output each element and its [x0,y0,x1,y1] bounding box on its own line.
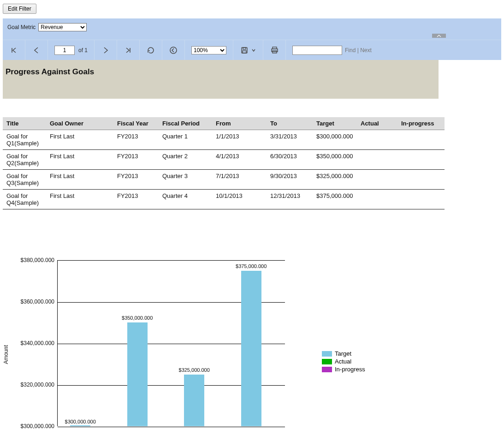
cell-from: 4/1/2013 [212,150,267,170]
svg-rect-2 [243,48,246,49]
cell-actual [357,150,397,170]
cell-to: 3/31/2013 [267,130,313,150]
edit-filter-button[interactable]: Edit Filter [3,4,36,14]
cell-target: $300,000.000 [313,130,357,150]
prev-page-icon[interactable] [32,46,41,55]
last-page-icon[interactable] [124,46,133,55]
legend-inprog: In-progress [322,366,365,373]
bar-label: $300,000.000 [65,419,96,424]
cell-actual [357,170,397,190]
collapse-strip [3,36,501,40]
cell-title: Goal for Q4(Sample) [3,190,46,209]
table-row: Goal for Q1(Sample)First LastFY2013Quart… [3,130,445,150]
cell-inprog [397,170,445,190]
legend-actual: Actual [322,358,365,365]
cell-inprog [397,130,445,150]
cell-owner: First Last [46,170,113,190]
table-row: Goal for Q3(Sample)First LastFY2013Quart… [3,170,445,190]
table-row: Goal for Q4(Sample)First LastFY2013Quart… [3,190,445,209]
print-icon[interactable] [270,46,279,55]
cell-fp: Quarter 1 [159,130,212,150]
page-of-text: of 1 [78,47,88,54]
cell-title: Goal for Q2(Sample) [3,150,46,170]
bar-label: $325,000.000 [179,367,210,373]
cell-fp: Quarter 2 [159,150,212,170]
cell-from: 1/1/2013 [212,130,267,150]
find-link[interactable]: Find [345,47,356,54]
goals-table: Title Goal Owner Fiscal Year Fiscal Peri… [3,117,445,209]
cell-inprog [397,150,445,170]
cell-fp: Quarter 4 [159,190,212,209]
save-dropdown-icon[interactable] [251,46,256,55]
col-fp: Fiscal Period [159,117,212,130]
cell-owner: First Last [46,190,113,209]
col-to: To [267,117,313,130]
collapse-handle[interactable] [432,34,446,38]
goal-metric-label: Goal Metric [7,24,36,30]
find-input[interactable] [292,46,342,55]
bar-label: $350,000.000 [122,315,153,321]
chart: Amount $380,000.000$360,000.000$340,000.… [3,260,501,431]
cell-to: 12/31/2013 [267,190,313,209]
cell-title: Goal for Q1(Sample) [3,130,46,150]
cell-actual [357,130,397,150]
y-tick: $380,000.000 [21,257,54,263]
col-title: Title [3,117,46,130]
save-icon[interactable] [240,46,249,55]
cell-title: Goal for Q3(Sample) [3,170,46,190]
y-tick: $300,000.000 [21,423,54,429]
col-from: From [212,117,267,130]
bar-target [127,322,148,426]
filter-bar: Goal Metric Revenue [3,18,501,36]
cell-target: $375,000.000 [313,190,357,209]
report-header: Progress Against Goals [3,60,439,99]
col-target: Target [313,117,357,130]
cell-owner: First Last [46,130,113,150]
find-links: Find | Next [345,47,372,54]
y-axis-label: Amount [3,327,9,364]
cell-fp: Quarter 3 [159,170,212,190]
cell-fy: FY2013 [113,190,159,209]
cell-to: 9/30/2013 [267,170,313,190]
cell-fy: FY2013 [113,150,159,170]
cell-to: 6/30/2013 [267,150,313,170]
legend-target: Target [322,350,365,357]
svg-rect-3 [243,51,246,53]
col-inprog: In-progress [397,117,445,130]
report-toolbar: of 1 100% [3,40,501,60]
col-owner: Goal Owner [46,117,113,130]
legend: Target Actual In-progress [322,350,365,374]
next-link[interactable]: Next [360,47,372,54]
back-icon[interactable] [169,46,178,55]
bar-target [70,425,90,426]
page-number-input[interactable] [54,46,75,55]
cell-fy: FY2013 [113,170,159,190]
cell-target: $325,000.000 [313,170,357,190]
cell-from: 7/1/2013 [212,170,267,190]
y-tick: $320,000.000 [21,381,54,388]
bar-target [184,375,204,427]
zoom-select[interactable]: 100% [191,46,226,54]
svg-point-0 [170,47,177,54]
col-fy: Fiscal Year [113,117,159,130]
col-actual: Actual [357,117,397,130]
bar-target [241,271,261,427]
first-page-icon[interactable] [9,46,18,55]
y-tick: $360,000.000 [21,298,54,305]
cell-fy: FY2013 [113,130,159,150]
cell-target: $350,000.000 [313,150,357,170]
cell-actual [357,190,397,209]
next-page-icon[interactable] [101,46,110,55]
cell-inprog [397,190,445,209]
refresh-icon[interactable] [146,46,155,55]
cell-from: 10/1/2013 [212,190,267,209]
report-title: Progress Against Goals [6,67,434,77]
y-tick: $340,000.000 [21,340,54,346]
table-row: Goal for Q2(Sample)First LastFY2013Quart… [3,150,445,170]
bar-label: $375,000.000 [236,263,267,269]
goal-metric-select[interactable]: Revenue [38,23,87,31]
cell-owner: First Last [46,150,113,170]
